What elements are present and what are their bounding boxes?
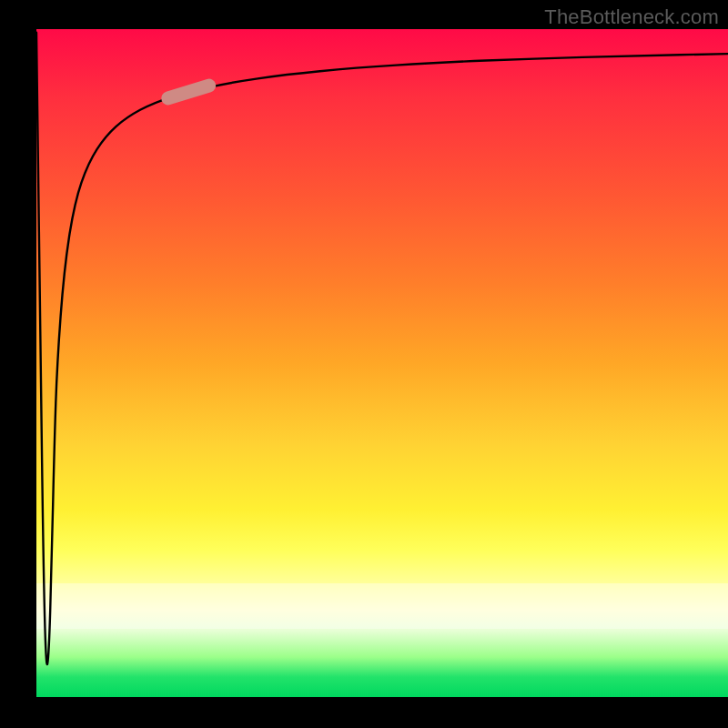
plot-background-gradient [36,29,728,697]
watermark-text: TheBottleneck.com [544,5,719,29]
